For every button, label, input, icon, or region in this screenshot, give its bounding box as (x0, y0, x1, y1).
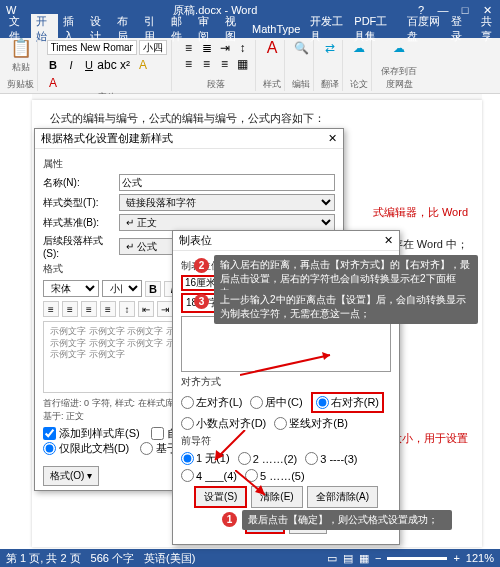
tab-mathtype[interactable]: MathType (247, 23, 305, 35)
align-left-radio[interactable] (181, 396, 194, 409)
callout-num-3: 3 (194, 294, 209, 309)
svg-line-0 (240, 355, 330, 375)
align-decimal-radio[interactable] (181, 417, 194, 430)
bullets-icon[interactable]: ≡ (181, 40, 197, 56)
align-l-icon[interactable]: ≡ (43, 301, 59, 317)
view-read-icon[interactable]: ▭ (327, 552, 337, 565)
view-web-icon[interactable]: ▦ (359, 552, 369, 565)
font-group: B I U abc x² A A 字体 (42, 40, 172, 91)
indent-l-icon[interactable]: ⇤ (138, 301, 154, 317)
translate-label: 翻译 (321, 78, 339, 91)
latex-label: 论文 (350, 78, 368, 91)
dialog1-close-icon[interactable]: ✕ (328, 132, 337, 145)
latex-group: ☁ 论文 (347, 40, 372, 91)
lead4-radio[interactable] (181, 469, 194, 482)
add-gallery-check[interactable] (43, 427, 56, 440)
template-radio[interactable] (140, 442, 153, 455)
fmt-font-select[interactable]: 宋体 (43, 280, 99, 297)
dialog2-close-icon[interactable]: ✕ (384, 234, 393, 247)
clipboard-group: 📋 粘贴 剪贴板 (4, 40, 38, 91)
auto-update-check[interactable] (151, 427, 164, 440)
super-icon[interactable]: x² (117, 57, 133, 73)
italic-icon[interactable]: I (63, 57, 79, 73)
view-print-icon[interactable]: ▤ (343, 552, 353, 565)
paste-label: 粘贴 (12, 61, 30, 74)
type-label: 样式类型(T): (43, 196, 115, 210)
styles-label: 样式 (263, 78, 281, 91)
lead1-radio[interactable] (181, 452, 194, 465)
arrow-to-set (210, 430, 250, 470)
paste-icon[interactable]: 📋 (13, 40, 29, 56)
align-center-icon[interactable]: ≡ (199, 56, 215, 72)
font-size-input[interactable] (139, 40, 167, 55)
numbering-icon[interactable]: ≣ (199, 40, 215, 56)
translate-group: ⇄ 翻译 (318, 40, 343, 91)
format-dropdown-button[interactable]: 格式(O) ▾ (43, 466, 99, 486)
base-label: 样式基准(B): (43, 216, 115, 230)
doc-aside1: 式编辑器，比 Word (373, 204, 468, 222)
name-label: 名称(N): (43, 176, 115, 190)
sort-icon[interactable]: ↕ (235, 40, 251, 56)
align-center-radio[interactable] (250, 396, 263, 409)
fmt-size-select[interactable]: 小四 (102, 280, 142, 297)
ribbon: 📋 粘贴 剪贴板 B I U abc x² A A 字体 ≡ ≣ ⇥ ↕ ≡ ≡… (0, 38, 500, 94)
name-input[interactable] (119, 174, 335, 191)
indent-icon[interactable]: ⇥ (217, 40, 233, 56)
svg-marker-1 (322, 352, 330, 360)
spacing-icon[interactable]: ↕ (119, 301, 135, 317)
fmt-bold-icon[interactable]: B (145, 281, 161, 297)
status-bar: 第 1 页, 共 2 页 566 个字 英语(美国) ▭ ▤ ▦ − + 121… (0, 549, 500, 567)
shading-icon[interactable]: ▦ (235, 56, 251, 72)
doc-only-radio[interactable] (43, 442, 56, 455)
page-status[interactable]: 第 1 页, 共 2 页 (6, 551, 81, 566)
align-r-icon[interactable]: ≡ (81, 301, 97, 317)
type-select[interactable]: 链接段落和字符 (119, 194, 335, 211)
zoom-level[interactable]: 121% (466, 552, 494, 564)
word-count[interactable]: 566 个字 (91, 551, 134, 566)
callout-num-1: 1 (222, 512, 237, 527)
editing-group: 🔍 编辑 (289, 40, 314, 91)
translate-icon[interactable]: ⇄ (322, 40, 338, 56)
zoom-in-icon[interactable]: + (453, 552, 459, 564)
attr-section: 属性 (43, 157, 335, 171)
baidu-icon[interactable]: ☁ (391, 40, 407, 56)
dialog1-title-bar[interactable]: 根据格式化设置创建新样式 ✕ (35, 129, 343, 149)
lang-status[interactable]: 英语(美国) (144, 551, 195, 566)
zoom-slider[interactable] (387, 557, 447, 560)
signin-link[interactable]: 登录 (446, 14, 470, 44)
clearall-button[interactable]: 全部清除(A) (307, 486, 378, 508)
baidu-label: 保存到百度网盘 (379, 65, 419, 91)
styles-icon[interactable]: A (264, 40, 280, 56)
lead3-radio[interactable] (305, 452, 318, 465)
dialog2-title-bar[interactable]: 制表位 ✕ (173, 231, 399, 251)
underline-icon[interactable]: U (81, 57, 97, 73)
dialog1-title: 根据格式化设置创建新样式 (41, 131, 173, 146)
doc-aside2: 存在 Word 中； (392, 236, 468, 254)
dialog2-title: 制表位 (179, 233, 212, 248)
share-button[interactable]: 共享 (476, 14, 500, 44)
latex-icon[interactable]: ☁ (351, 40, 367, 56)
zoom-out-icon[interactable]: − (375, 552, 381, 564)
align-right-radio[interactable] (316, 396, 329, 409)
callout-1: 最后点击【确定】，则公式格式设置成功； (242, 510, 452, 530)
ribbon-tabs: 文件 开始 插入 设计 布局 引用 邮件 审阅 视图 MathType 开发工具… (0, 20, 500, 38)
align-left-icon[interactable]: ≡ (181, 56, 197, 72)
callout-num-2: 2 (194, 258, 209, 273)
strike-icon[interactable]: abc (99, 57, 115, 73)
align-j-icon[interactable]: ≡ (100, 301, 116, 317)
bold-icon[interactable]: B (45, 57, 61, 73)
indent-r-icon[interactable]: ⇥ (157, 301, 173, 317)
highlight-icon[interactable]: A (135, 57, 151, 73)
paragraph-group: ≡ ≣ ⇥ ↕ ≡ ≡ ≡ ▦ 段落 (176, 40, 256, 91)
find-icon[interactable]: 🔍 (293, 40, 309, 56)
align-bar-radio[interactable] (274, 417, 287, 430)
align-c-icon[interactable]: ≡ (62, 301, 78, 317)
doc-text-line: 公式的编辑与编号，公式的编辑与编号，公式内容如下： (50, 110, 464, 128)
align-right-icon[interactable]: ≡ (217, 56, 233, 72)
font-color-icon[interactable]: A (45, 75, 61, 91)
base-select[interactable]: ↵ 正文 (119, 214, 335, 231)
callout-3: 上一步输入2中的距离点击【设置】后，会自动转换显示为制表位字符，无需在意这一点； (214, 290, 478, 324)
arrow-to-ok (235, 470, 275, 500)
font-name-input[interactable] (47, 40, 137, 55)
styles-group: A 样式 (260, 40, 285, 91)
